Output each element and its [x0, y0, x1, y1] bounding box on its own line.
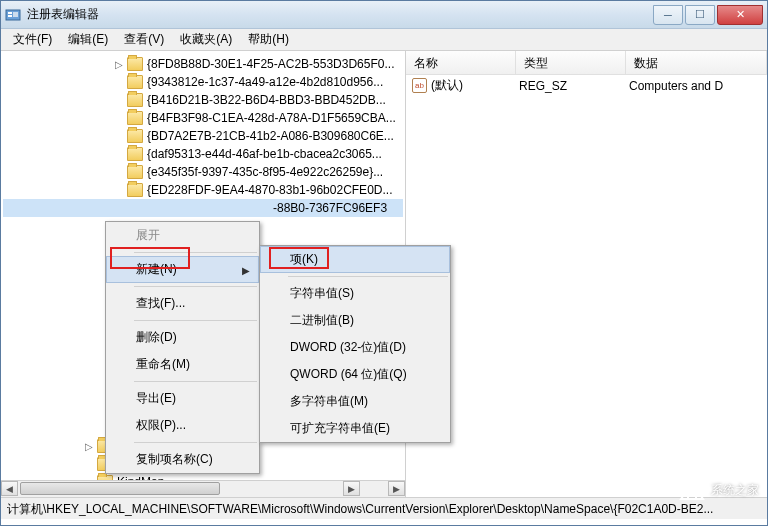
ctx-new-string[interactable]: 字符串值(S) — [260, 280, 450, 307]
menu-view[interactable]: 查看(V) — [116, 29, 172, 50]
content: ▷{8FD8B88D-30E1-4F25-AC2B-553D3D65F0... … — [1, 51, 767, 497]
value-name: (默认) — [431, 77, 519, 94]
statusbar: 计算机\HKEY_LOCAL_MACHINE\SOFTWARE\Microsof… — [1, 497, 767, 519]
folder-icon — [127, 183, 143, 197]
tree-item[interactable]: ▷{8FD8B88D-30E1-4F25-AC2B-553D3D65F0... — [3, 55, 403, 73]
col-name[interactable]: 名称 — [406, 51, 516, 74]
ctx-new-expand[interactable]: 可扩充字符串值(E) — [260, 415, 450, 442]
col-type[interactable]: 类型 — [516, 51, 626, 74]
tree-item[interactable]: {ED228FDF-9EA4-4870-83b1-96b02CFE0D... — [3, 181, 403, 199]
menu-file[interactable]: 文件(F) — [5, 29, 60, 50]
app-icon — [5, 7, 21, 23]
svg-rect-2 — [8, 15, 12, 17]
svg-rect-4 — [688, 493, 696, 499]
expand-icon[interactable]: ▷ — [83, 440, 95, 452]
watermark: 系统之家 — [679, 479, 759, 501]
menu-favorites[interactable]: 收藏夹(A) — [172, 29, 240, 50]
ctx-delete[interactable]: 删除(D) — [106, 324, 259, 351]
ctx-new-key[interactable]: 项(K) — [260, 246, 450, 273]
ctx-expand: 展开 — [106, 222, 259, 249]
value-data: Computers and D — [629, 79, 723, 93]
menubar: 文件(F) 编辑(E) 查看(V) 收藏夹(A) 帮助(H) — [1, 29, 767, 51]
context-menu-new: 项(K) 字符串值(S) 二进制值(B) DWORD (32-位)值(D) QW… — [259, 245, 451, 443]
folder-icon — [127, 129, 143, 143]
folder-icon — [127, 147, 143, 161]
string-value-icon: ab — [412, 78, 427, 93]
titlebar: 注册表编辑器 ─ ☐ ✕ — [1, 1, 767, 29]
close-button[interactable]: ✕ — [717, 5, 763, 25]
watermark-logo-icon — [679, 479, 705, 501]
status-path: 计算机\HKEY_LOCAL_MACHINE\SOFTWARE\Microsof… — [7, 502, 713, 516]
folder-icon — [127, 75, 143, 89]
folder-icon — [127, 57, 143, 71]
maximize-button[interactable]: ☐ — [685, 5, 715, 25]
submenu-arrow-icon: ▶ — [242, 264, 250, 275]
context-menu-main: 展开 新建(N)▶ 查找(F)... 删除(D) 重命名(M) 导出(E) 权限… — [105, 221, 260, 474]
column-headers: 名称 类型 数据 — [406, 51, 767, 75]
value-type: REG_SZ — [519, 79, 629, 93]
expand-icon[interactable]: ▷ — [113, 58, 125, 70]
svg-rect-1 — [8, 12, 12, 14]
svg-rect-3 — [13, 12, 18, 17]
tree-item[interactable]: {9343812e-1c37-4a49-a12e-4b2d810d956... — [3, 73, 403, 91]
ctx-new-qword[interactable]: QWORD (64 位)值(Q) — [260, 361, 450, 388]
ctx-export[interactable]: 导出(E) — [106, 385, 259, 412]
menu-help[interactable]: 帮助(H) — [240, 29, 297, 50]
minimize-button[interactable]: ─ — [653, 5, 683, 25]
ctx-new-multi[interactable]: 多字符串值(M) — [260, 388, 450, 415]
ctx-new-binary[interactable]: 二进制值(B) — [260, 307, 450, 334]
ctx-rename[interactable]: 重命名(M) — [106, 351, 259, 378]
folder-icon — [127, 93, 143, 107]
ctx-permissions[interactable]: 权限(P)... — [106, 412, 259, 439]
folder-icon — [127, 111, 143, 125]
col-data[interactable]: 数据 — [626, 51, 767, 74]
ctx-find[interactable]: 查找(F)... — [106, 290, 259, 317]
tree-item-selected[interactable]: -88B0-7367FC96EF3 — [3, 199, 403, 217]
menu-edit[interactable]: 编辑(E) — [60, 29, 116, 50]
scroll-right-icon[interactable]: ▶ — [388, 481, 405, 496]
window-title: 注册表编辑器 — [27, 6, 653, 23]
values-pane: 名称 类型 数据 ab (默认) REG_SZ Computers and D … — [406, 51, 767, 497]
folder-icon — [127, 165, 143, 179]
ctx-copy-key-name[interactable]: 复制项名称(C) — [106, 446, 259, 473]
ctx-new[interactable]: 新建(N)▶ — [106, 256, 259, 283]
ctx-new-dword[interactable]: DWORD (32-位)值(D) — [260, 334, 450, 361]
tree-item[interactable]: {e345f35f-9397-435c-8f95-4e922c26259e}..… — [3, 163, 403, 181]
tree-item[interactable]: {B416D21B-3B22-B6D4-BBD3-BBD452DB... — [3, 91, 403, 109]
window: 注册表编辑器 ─ ☐ ✕ 文件(F) 编辑(E) 查看(V) 收藏夹(A) 帮助… — [0, 0, 768, 526]
tree-item[interactable]: {BD7A2E7B-21CB-41b2-A086-B309680C6E... — [3, 127, 403, 145]
tree-item[interactable]: {daf95313-e44d-46af-be1b-cbacea2c3065... — [3, 145, 403, 163]
value-row[interactable]: ab (默认) REG_SZ Computers and D — [406, 75, 767, 96]
tree-item[interactable]: {B4FB3F98-C1EA-428d-A78A-D1F5659CBA... — [3, 109, 403, 127]
